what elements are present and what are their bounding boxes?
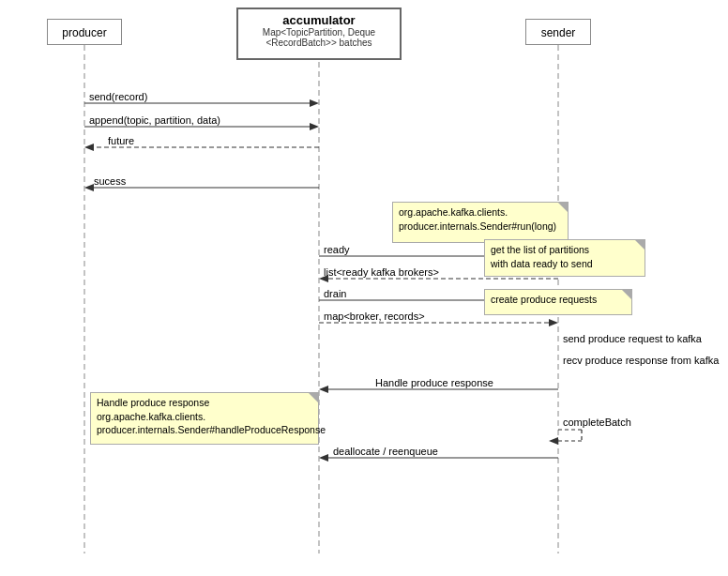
diagram-svg: send(record) append(topic, partition, da… [0, 0, 728, 576]
note-ready-partitions: get the list of partitionswith data read… [484, 239, 645, 277]
svg-text:sucess: sucess [94, 175, 127, 187]
svg-text:append(topic, partition, data): append(topic, partition, data) [89, 114, 220, 126]
actor-sender: sender [525, 19, 591, 45]
svg-text:map<broker, records>: map<broker, records> [324, 311, 425, 322]
svg-marker-7 [310, 123, 319, 130]
note-drain-requests: create produce requests [484, 289, 632, 315]
svg-marker-13 [84, 184, 94, 191]
svg-text:drain: drain [324, 288, 346, 299]
svg-text:ready: ready [324, 244, 350, 255]
svg-marker-36 [549, 437, 558, 445]
actor-accumulator: accumulator Map<TopicPartition, Deque<Re… [236, 8, 402, 60]
svg-text:future: future [108, 135, 134, 146]
accumulator-title: accumulator [242, 13, 396, 27]
svg-marker-38 [319, 454, 328, 462]
note-handle-response: Handle produce responseorg.apache.kafka.… [90, 392, 319, 445]
svg-marker-30 [319, 386, 328, 393]
sequence-diagram: send(record) append(topic, partition, da… [0, 0, 728, 576]
svg-text:completeBatch: completeBatch [563, 417, 631, 428]
svg-marker-4 [310, 99, 319, 107]
accumulator-subtitle: Map<TopicPartition, Deque<RecordBatch>> … [242, 27, 396, 48]
svg-text:send(record): send(record) [89, 91, 147, 102]
svg-text:list<ready kafka brokers>: list<ready kafka brokers> [324, 266, 439, 278]
svg-marker-10 [84, 144, 94, 151]
svg-text:send produce request to kafka: send produce request to kafka [563, 333, 703, 344]
actor-producer: producer [47, 19, 122, 45]
svg-text:recv produce response from kaf: recv produce response from kafka [563, 355, 720, 366]
svg-text:deallocate / reenqueue: deallocate / reenqueue [333, 446, 438, 457]
svg-marker-25 [549, 319, 558, 326]
svg-text:Handle produce response: Handle produce response [375, 377, 493, 388]
note-run: org.apache.kafka.clients.producer.intern… [392, 202, 569, 243]
